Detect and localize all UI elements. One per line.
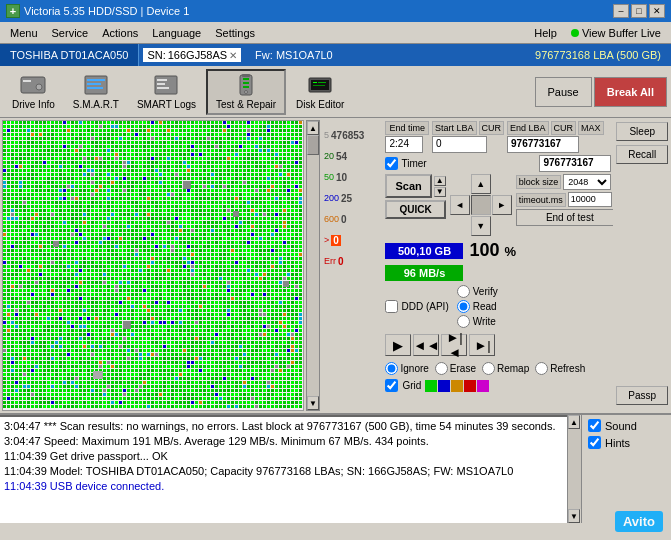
- recall-button[interactable]: Recall: [616, 145, 668, 164]
- remap-label: Remap: [497, 363, 529, 374]
- end-lba-value2: 976773167: [539, 155, 611, 172]
- menu-service[interactable]: Service: [46, 26, 95, 40]
- disk-editor-button[interactable]: Disk Editor: [288, 69, 352, 115]
- refresh-radio-label: Refresh: [535, 362, 585, 375]
- menu-help[interactable]: Help: [528, 26, 563, 40]
- scan-arrow-down[interactable]: ▼: [434, 187, 446, 197]
- end-button[interactable]: ►|: [469, 334, 495, 356]
- timeout-label: timeout.ms: [516, 193, 566, 207]
- start-lba-value[interactable]: 0: [432, 136, 487, 153]
- diamond-empty-tl: [450, 174, 470, 194]
- ignore-radio[interactable]: [385, 362, 398, 375]
- toolbar: Drive Info S.M.A.R.T SMART Logs: [0, 66, 671, 118]
- write-label: Write: [473, 316, 496, 327]
- stat-50-label: 50: [324, 172, 334, 182]
- svg-rect-21: [313, 85, 325, 86]
- end-time-label: End time: [385, 121, 429, 135]
- log-scroll-up[interactable]: ▲: [568, 415, 580, 429]
- diamond-up-button[interactable]: ▲: [471, 174, 491, 194]
- remap-radio[interactable]: [482, 362, 495, 375]
- maximize-button[interactable]: □: [631, 4, 647, 18]
- refresh-radio[interactable]: [535, 362, 548, 375]
- break-all-button[interactable]: Break All: [594, 77, 667, 107]
- hints-checkbox[interactable]: [588, 436, 601, 449]
- end-of-test-dropdown[interactable]: End of test: [516, 209, 624, 226]
- sound-checkbox[interactable]: [588, 419, 601, 432]
- svg-rect-10: [157, 87, 169, 89]
- diamond-center: [471, 195, 491, 215]
- menu-language[interactable]: Language: [146, 26, 207, 40]
- color-blue: [438, 380, 450, 392]
- end-time-group: End time 2:24: [385, 121, 429, 153]
- fw-label: Fw:: [255, 49, 273, 61]
- diamond-left-button[interactable]: ◄: [450, 195, 470, 215]
- test-repair-label: Test & Repair: [216, 99, 276, 110]
- stat-600-row: 600 0: [324, 210, 381, 228]
- verify-radio-label: Verify: [457, 285, 498, 298]
- erase-radio[interactable]: [435, 362, 448, 375]
- smart-button[interactable]: S.M.A.R.T: [65, 69, 127, 115]
- back-button[interactable]: ◄◄: [413, 334, 439, 356]
- scroll-track: [307, 135, 319, 396]
- color-purple: [477, 380, 489, 392]
- test-repair-button[interactable]: Test & Repair: [206, 69, 286, 115]
- smart-icon: [82, 73, 110, 97]
- timeout-value[interactable]: 10000: [568, 192, 612, 207]
- passp-button[interactable]: Passp: [616, 386, 668, 405]
- quick-button[interactable]: QUICK: [385, 200, 445, 219]
- refresh-label: Refresh: [550, 363, 585, 374]
- close-button[interactable]: ✕: [649, 4, 665, 18]
- svg-rect-20: [318, 82, 326, 83]
- right-control-panel: End time 2:24 Start LBA CUR 0 End LBA CU…: [383, 118, 613, 413]
- view-buffer-button[interactable]: View Buffer Live: [565, 26, 667, 40]
- read-label: Read: [473, 301, 497, 312]
- scan-button[interactable]: Scan: [385, 174, 431, 198]
- smart-logs-button[interactable]: SMART Logs: [129, 69, 204, 115]
- minimize-button[interactable]: –: [613, 4, 629, 18]
- stat-gt-row: > 0: [324, 231, 381, 249]
- play-button[interactable]: ▶: [385, 334, 411, 356]
- log-line: 11:04:39 Get drive passport... OK: [4, 449, 563, 464]
- sleep-button[interactable]: Sleep: [616, 122, 668, 141]
- scan-arrow-up[interactable]: ▲: [434, 176, 446, 186]
- hints-label: Hints: [605, 437, 630, 449]
- diamond-down-button[interactable]: ▼: [471, 216, 491, 236]
- ddd-label: DDD (API): [401, 301, 448, 312]
- end-lba-value[interactable]: 976773167: [507, 136, 579, 153]
- disk-editor-icon: [306, 73, 334, 97]
- menu-actions[interactable]: Actions: [96, 26, 144, 40]
- log-line: 3:04:47 Speed: Maximum 191 MB/s. Average…: [4, 434, 563, 449]
- smart-logs-icon: [152, 73, 180, 97]
- read-radio[interactable]: [457, 300, 470, 313]
- scan-nav-row: Scan ▲ ▼ QUICK ▲ ◄ ► ▼: [385, 174, 611, 236]
- sn-close-button[interactable]: ✕: [229, 50, 237, 61]
- log-scroll-down[interactable]: ▼: [568, 509, 580, 523]
- menu-menu[interactable]: Menu: [4, 26, 44, 40]
- window-title: Victoria 5.35 HDD/SSD | Device 1: [24, 5, 189, 17]
- drive-info-button[interactable]: Drive Info: [4, 69, 63, 115]
- stat-20-row: 20 54: [324, 147, 381, 165]
- write-radio[interactable]: [457, 315, 470, 328]
- menu-settings[interactable]: Settings: [209, 26, 261, 40]
- app-icon: [6, 4, 20, 18]
- block-size-select[interactable]: 2048 1024 512: [563, 174, 611, 190]
- grid-row: Grid: [385, 379, 611, 392]
- scroll-up-button[interactable]: ▲: [307, 121, 319, 135]
- grid-checkbox[interactable]: [385, 379, 398, 392]
- verify-radio[interactable]: [457, 285, 470, 298]
- timer-checkbox[interactable]: [385, 157, 398, 170]
- pause-button[interactable]: Pause: [535, 77, 592, 107]
- ddd-checkbox[interactable]: [385, 300, 398, 313]
- stats-panel: 5 476853 20 54 50 10 200 25 600 0 > 0 Er…: [322, 118, 383, 413]
- device-tab[interactable]: TOSHIBA DT01ACA050: [0, 44, 139, 66]
- title-bar-left: Victoria 5.35 HDD/SSD | Device 1: [6, 4, 189, 18]
- scroll-down-button[interactable]: ▼: [307, 396, 319, 410]
- hints-checkbox-label: Hints: [588, 436, 665, 449]
- scroll-thumb[interactable]: [307, 135, 319, 155]
- main-area: ▲ ▼ 5 476853 20 54 50 10 200 25 600 0: [0, 118, 671, 413]
- diamond-right-button[interactable]: ►: [492, 195, 512, 215]
- svg-point-2: [36, 84, 42, 90]
- fwd-button[interactable]: ►|◄: [441, 334, 467, 356]
- menu-bar: Menu Service Actions Language Settings H…: [0, 22, 671, 44]
- color-green: [425, 380, 437, 392]
